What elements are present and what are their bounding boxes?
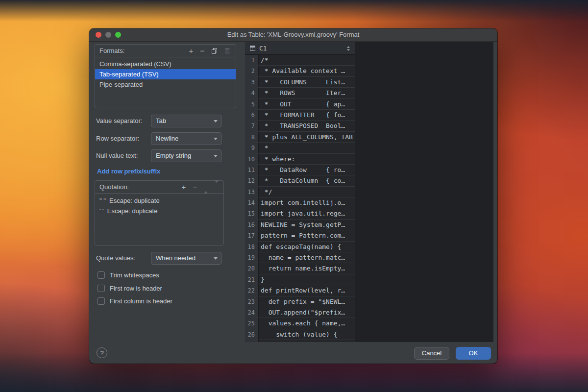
- zoom-button[interactable]: [115, 32, 121, 38]
- format-item-csv[interactable]: Comma-separated (CSV): [95, 59, 236, 69]
- code-row[interactable]: 19 name = pattern.matc…: [245, 252, 355, 263]
- code-line[interactable]: switch (value) {: [258, 329, 355, 340]
- code-line[interactable]: NEWLINE = System.getP…: [258, 220, 355, 230]
- line-number: 8: [245, 132, 258, 143]
- checkbox-first-column-is-header[interactable]: [98, 297, 105, 305]
- code-line[interactable]: return name.isEmpty…: [258, 263, 355, 274]
- line-number: 15: [245, 208, 258, 219]
- move-up-icon[interactable]: [204, 183, 208, 191]
- line-number: 11: [245, 165, 258, 175]
- code-line[interactable]: def escapeTag(name) {: [258, 242, 355, 252]
- code-row[interactable]: 5 * OUT { ap…: [245, 99, 355, 110]
- remove-quotation-button[interactable]: −: [193, 183, 197, 191]
- code-row[interactable]: 17pattern = Pattern.com…: [245, 230, 355, 241]
- code-line[interactable]: * Available context …: [258, 66, 355, 76]
- dropdown-arrow-icon: [210, 115, 221, 127]
- code-line[interactable]: * TRANSPOSED Bool…: [258, 121, 355, 131]
- code-line[interactable]: * ROWS Iter…: [258, 88, 355, 98]
- code-row[interactable]: 14import com.intellij.o…: [245, 197, 355, 208]
- code-row[interactable]: 25 values.each { name,…: [245, 318, 355, 329]
- add-format-button[interactable]: +: [189, 47, 193, 54]
- line-number: 16: [245, 220, 258, 230]
- quotation-item[interactable]: " " Escape: duplicate: [95, 196, 223, 206]
- code-row[interactable]: 23 def prefix = "$NEWL…: [245, 296, 355, 307]
- format-item-pipe[interactable]: Pipe-separated: [95, 79, 236, 90]
- add-quotation-button[interactable]: +: [181, 183, 186, 191]
- code-line[interactable]: }: [258, 274, 355, 285]
- code-row[interactable]: 22def printRow(level, r…: [245, 285, 355, 296]
- checkbox-first-row-is-header[interactable]: [98, 285, 105, 292]
- code-row[interactable]: 8 * plus ALL_COLUMNS, TAB: [245, 132, 355, 143]
- null-value-text-combobox[interactable]: Empty string: [151, 149, 221, 162]
- code-line[interactable]: /*: [258, 55, 355, 66]
- code-row[interactable]: 21}: [245, 274, 355, 285]
- checkbox-row-first-column-header[interactable]: First column is header: [98, 296, 172, 305]
- code-line[interactable]: * DataRow { ro…: [258, 165, 355, 175]
- line-number: 4: [245, 88, 258, 98]
- add-row-prefix-suffix-link[interactable]: Add row prefix/suffix: [97, 168, 160, 175]
- move-down-icon[interactable]: [215, 183, 219, 191]
- null-value-text-label: Null value text:: [96, 149, 138, 162]
- code-line[interactable]: * FORMATTER { fo…: [258, 110, 355, 121]
- formats-panel: Formats: + − Comma-separated (CSV) Tab-s…: [95, 44, 236, 108]
- code-line[interactable]: * DataColumn { co…: [258, 175, 355, 186]
- column-header-c1[interactable]: C1: [245, 42, 355, 55]
- line-number: 20: [245, 263, 258, 274]
- code-line[interactable]: values.each { name,…: [258, 318, 355, 329]
- code-row[interactable]: 12 * DataColumn { co…: [245, 175, 355, 186]
- code-line[interactable]: def prefix = "$NEWL…: [258, 296, 355, 307]
- cancel-button[interactable]: Cancel: [414, 347, 449, 360]
- code-line[interactable]: import java.util.rege…: [258, 208, 355, 219]
- line-number: 26: [245, 329, 258, 340]
- code-line[interactable]: */: [258, 187, 355, 197]
- code-line[interactable]: pattern = Pattern.com…: [258, 230, 355, 241]
- code-rows: 1/*2 * Available context …3 * COLUMNS Li…: [245, 55, 355, 340]
- close-button[interactable]: [96, 32, 101, 38]
- quote-values-combobox[interactable]: When needed: [151, 252, 221, 265]
- quotation-label: Quotation:: [99, 183, 174, 191]
- value-separator-combobox[interactable]: Tab: [151, 115, 221, 127]
- code-row[interactable]: 13 */: [245, 187, 355, 197]
- code-row[interactable]: 1/*: [245, 55, 355, 66]
- line-number: 5: [245, 99, 258, 110]
- code-row[interactable]: 24 OUT.append("$prefix…: [245, 307, 355, 318]
- code-row[interactable]: 11 * DataRow { ro…: [245, 165, 355, 175]
- checkbox-row-first-row-header[interactable]: First row is header: [98, 284, 162, 293]
- code-row[interactable]: 9 *: [245, 143, 355, 153]
- formats-toolbar: Formats: + −: [95, 45, 236, 57]
- code-row[interactable]: 6 * FORMATTER { fo…: [245, 110, 355, 121]
- code-row[interactable]: 20 return name.isEmpty…: [245, 263, 355, 274]
- checkbox-trim-whitespaces[interactable]: [98, 271, 105, 279]
- ok-button[interactable]: OK: [456, 347, 491, 360]
- duplicate-format-icon[interactable]: [211, 48, 218, 54]
- code-line[interactable]: * OUT { ap…: [258, 99, 355, 110]
- code-line[interactable]: OUT.append("$prefix…: [258, 307, 355, 318]
- checkbox-row-trim-whitespaces[interactable]: Trim whitespaces: [98, 270, 159, 279]
- code-line[interactable]: name = pattern.matc…: [258, 252, 355, 263]
- format-item-tsv[interactable]: Tab-separated (TSV): [95, 69, 236, 79]
- code-row[interactable]: 2 * Available context …: [245, 66, 355, 76]
- code-row[interactable]: 7 * TRANSPOSED Bool…: [245, 121, 355, 131]
- code-row[interactable]: 26 switch (value) {: [245, 329, 355, 340]
- code-line[interactable]: *: [258, 143, 355, 153]
- minimize-button[interactable]: [105, 32, 111, 38]
- code-line[interactable]: * COLUMNS List…: [258, 77, 355, 88]
- remove-format-button[interactable]: −: [200, 47, 204, 54]
- code-row[interactable]: 4 * ROWS Iter…: [245, 88, 355, 98]
- quotation-item[interactable]: ' ' Escape: duplicate: [95, 206, 223, 216]
- code-row[interactable]: 3 * COLUMNS List…: [245, 77, 355, 88]
- code-row[interactable]: 15import java.util.rege…: [245, 208, 355, 219]
- code-line[interactable]: import com.intellij.o…: [258, 197, 355, 208]
- save-format-icon[interactable]: [224, 48, 231, 54]
- code-line[interactable]: * plus ALL_COLUMNS, TAB: [258, 132, 355, 143]
- help-button[interactable]: ?: [97, 347, 107, 358]
- code-row[interactable]: 16NEWLINE = System.getP…: [245, 220, 355, 230]
- code-line[interactable]: * where:: [258, 154, 355, 165]
- table-icon: [249, 45, 256, 51]
- line-number: 24: [245, 307, 258, 318]
- code-row[interactable]: 18def escapeTag(name) {: [245, 242, 355, 252]
- row-separator-combobox[interactable]: Newline: [151, 132, 221, 145]
- code-row[interactable]: 10 * where:: [245, 154, 355, 165]
- code-line[interactable]: def printRow(level, r…: [258, 285, 355, 296]
- line-number: 19: [245, 252, 258, 263]
